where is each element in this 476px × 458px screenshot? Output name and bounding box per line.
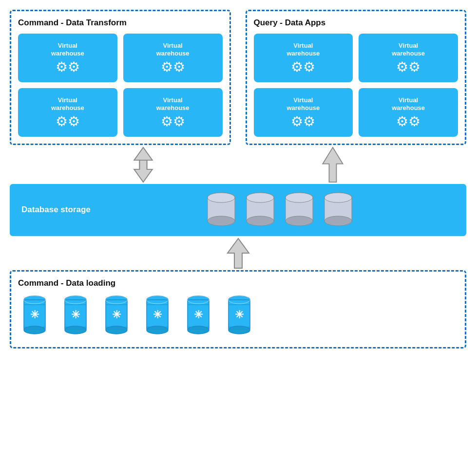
gear-icon-1: ⚙⚙ — [56, 60, 80, 74]
query-data-apps-title: Query - Data Apps — [254, 18, 458, 28]
warehouse-label-5: Virtualwarehouse — [286, 42, 320, 57]
svg-point-5 — [208, 216, 235, 226]
warehouse-label-7: Virtualwarehouse — [286, 96, 320, 111]
svg-text:✳: ✳ — [194, 309, 203, 321]
warehouse-card-3: Virtualwarehouse ⚙⚙ — [18, 88, 117, 137]
gear-icon-6: ⚙⚙ — [396, 60, 420, 74]
data-loading-grid: ✳ ✳ — [18, 294, 458, 340]
command-data-transform-title: Command - Data Transform — [18, 18, 223, 28]
gear-icon-4: ⚙⚙ — [161, 115, 185, 128]
cylinder-1 — [206, 192, 236, 228]
canister-2: ✳ — [59, 294, 92, 340]
gear-icon-8: ⚙⚙ — [396, 115, 420, 128]
warehouse-label-4: Virtualwarehouse — [156, 96, 190, 111]
svg-text:✳: ✳ — [235, 309, 244, 321]
gear-icon-2: ⚙⚙ — [161, 60, 185, 74]
query-data-apps-box: Query - Data Apps Virtualwarehouse ⚙⚙ Vi… — [246, 10, 467, 145]
warehouse-label-6: Virtualwarehouse — [392, 42, 425, 57]
cylinder-4 — [323, 192, 353, 228]
svg-text:✳: ✳ — [112, 309, 121, 321]
bidirectional-arrow — [129, 147, 158, 183]
warehouse-card-7: Virtualwarehouse ⚙⚙ — [254, 88, 353, 137]
warehouse-label-3: Virtualwarehouse — [51, 96, 84, 111]
warehouse-card-5: Virtualwarehouse ⚙⚙ — [254, 34, 353, 82]
svg-point-10 — [247, 193, 274, 202]
cylinder-2 — [245, 192, 275, 228]
canister-1: ✳ — [18, 294, 51, 340]
warehouse-label-2: Virtualwarehouse — [156, 42, 190, 57]
svg-point-17 — [324, 216, 352, 226]
canister-3: ✳ — [100, 294, 133, 340]
bottom-arrow-row — [10, 236, 466, 270]
cylinder-3 — [284, 192, 314, 228]
svg-point-13 — [286, 216, 313, 226]
command-data-loading-box: Command - Data loading ✳ — [10, 270, 466, 348]
database-storage-row: Database storage — [10, 184, 466, 236]
warehouse-card-8: Virtualwarehouse ⚙⚙ — [359, 88, 458, 137]
gear-icon-5: ⚙⚙ — [291, 60, 315, 74]
top-row: Command - Data Transform Virtualwarehous… — [10, 10, 466, 145]
upward-arrow-bottom — [224, 238, 253, 269]
warehouse-card-6: Virtualwarehouse ⚙⚙ — [359, 34, 458, 82]
warehouse-card-4: Virtualwarehouse ⚙⚙ — [123, 88, 223, 137]
warehouse-label-1: Virtualwarehouse — [51, 42, 84, 57]
canister-5: ✳ — [182, 294, 215, 340]
gear-icon-7: ⚙⚙ — [291, 115, 315, 128]
svg-marker-1 — [134, 160, 153, 182]
warehouse-label-8: Virtualwarehouse — [392, 96, 425, 111]
gear-icon-3: ⚙⚙ — [56, 115, 80, 128]
svg-text:✳: ✳ — [30, 309, 39, 321]
diagram-container: Command - Data Transform Virtualwarehous… — [0, 0, 476, 458]
warehouse-grid-right: Virtualwarehouse ⚙⚙ Virtualwarehouse ⚙⚙ … — [254, 34, 458, 137]
warehouse-grid-left: Virtualwarehouse ⚙⚙ Virtualwarehouse ⚙⚙ … — [18, 34, 223, 137]
svg-point-14 — [286, 193, 313, 202]
svg-text:✳: ✳ — [71, 309, 80, 321]
storage-label: Database storage — [21, 204, 91, 215]
command-data-loading-title: Command - Data loading — [18, 278, 458, 288]
upward-arrow-right — [318, 147, 347, 183]
svg-text:✳: ✳ — [153, 309, 162, 321]
svg-marker-2 — [323, 147, 343, 182]
svg-point-6 — [208, 193, 235, 202]
svg-point-18 — [324, 193, 352, 202]
storage-cylinders — [105, 192, 455, 228]
svg-marker-19 — [228, 238, 249, 268]
arrows-row — [10, 145, 466, 184]
canister-6: ✳ — [223, 294, 256, 340]
warehouse-card-1: Virtualwarehouse ⚙⚙ — [18, 34, 117, 82]
warehouse-card-2: Virtualwarehouse ⚙⚙ — [123, 34, 223, 82]
canister-4: ✳ — [141, 294, 174, 340]
svg-point-9 — [247, 216, 274, 226]
command-data-transform-box: Command - Data Transform Virtualwarehous… — [10, 10, 231, 145]
